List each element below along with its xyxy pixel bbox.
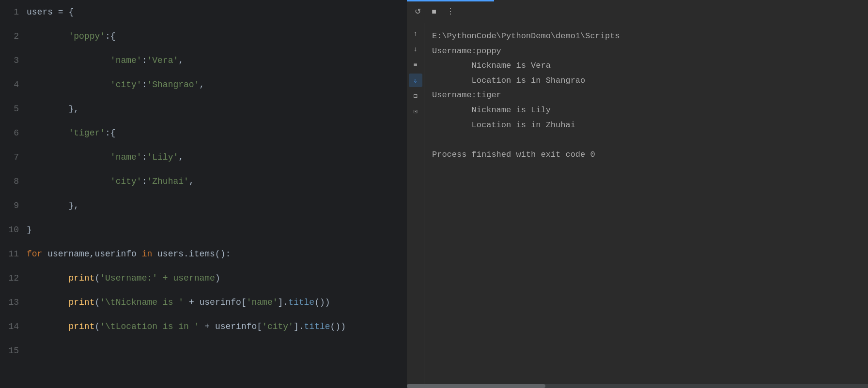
code-line: 2 'poppy':{ (0, 24, 407, 48)
line-content: print('\tLocation is in ' + userinfo['ci… (27, 322, 346, 331)
code-line: 7 'name':'Lily', (0, 145, 407, 169)
line-content: }, (27, 104, 79, 114)
line-content: 'city':'Zhuhai', (27, 177, 194, 186)
line-number: 4 (0, 80, 27, 90)
output-line: Location is in Zhuhai (432, 118, 860, 133)
output-scrollbar[interactable] (407, 384, 868, 388)
output-line: Nickname is Vera (432, 59, 860, 74)
code-editor: 1users = {2 'poppy':{3 'name':'Vera',4 '… (0, 0, 407, 388)
output-line: Process finished with exit code 0 (432, 148, 860, 163)
line-number: 3 (0, 56, 27, 65)
output-content: ↑ ↓ ≡ ⇩ ⊟ ⊡ E:\PythonCode\PythonDemo\dem… (407, 23, 868, 384)
output-line: Username:tiger (432, 88, 860, 103)
code-line: 1users = { (0, 0, 407, 24)
output-line: Location is in Shangrao (432, 74, 860, 89)
output-toolbar: ↺ ■ ⋮ (407, 0, 868, 23)
output-line: Username:poppy (432, 44, 860, 59)
line-number: 14 (0, 322, 27, 331)
progress-bar (407, 0, 494, 1)
code-line: 12 print('Username:' + username) (0, 266, 407, 290)
scroll-bottom-icon[interactable]: ⇩ (409, 74, 422, 87)
line-content: print('\tNickname is ' + userinfo['name'… (27, 298, 330, 307)
trash-icon[interactable]: ⊡ (409, 104, 422, 118)
down-arrow-icon[interactable]: ↓ (409, 43, 422, 56)
output-line (432, 133, 860, 148)
line-content: 'city':'Shangrao', (27, 80, 204, 90)
code-line: 11for username,userinfo in users.items()… (0, 242, 407, 266)
code-line: 9 }, (0, 194, 407, 218)
line-number: 1 (0, 7, 27, 17)
line-content: 'name':'Vera', (27, 56, 184, 65)
line-content: 'tiger':{ (27, 128, 116, 138)
line-number: 2 (0, 31, 27, 41)
code-line: 13 print('\tNickname is ' + userinfo['na… (0, 290, 407, 314)
line-number: 11 (0, 249, 27, 259)
output-text-area: E:\PythonCode\PythonDemo\demo1\ScriptsUs… (424, 23, 868, 384)
print-icon[interactable]: ⊟ (409, 89, 422, 103)
line-content: }, (27, 201, 79, 210)
stop-button[interactable]: ■ (427, 5, 441, 18)
output-scrollbar-thumb (407, 384, 545, 388)
code-line: 5 }, (0, 97, 407, 121)
code-line: 3 'name':'Vera', (0, 48, 407, 73)
code-line: 10} (0, 218, 407, 242)
line-number: 5 (0, 104, 27, 114)
line-number: 9 (0, 201, 27, 210)
filter-icon[interactable]: ≡ (409, 58, 422, 72)
line-number: 12 (0, 273, 27, 283)
line-number: 10 (0, 225, 27, 235)
line-content: 'name':'Lily', (27, 152, 184, 162)
code-line: 14 print('\tLocation is in ' + userinfo[… (0, 314, 407, 339)
line-content: } (27, 225, 32, 235)
code-line: 15 (0, 339, 407, 363)
line-content: users = { (27, 7, 74, 17)
line-number: 15 (0, 346, 27, 356)
line-number: 6 (0, 128, 27, 138)
up-arrow-icon[interactable]: ↑ (409, 27, 422, 41)
code-lines: 1users = {2 'poppy':{3 'name':'Vera',4 '… (0, 0, 407, 363)
more-button[interactable]: ⋮ (444, 5, 457, 18)
output-panel: ↺ ■ ⋮ ↑ ↓ ≡ ⇩ ⊟ ⊡ E:\PythonCode\PythonDe… (407, 0, 868, 388)
line-content: 'poppy':{ (27, 31, 116, 41)
output-line: E:\PythonCode\PythonDemo\demo1\Scripts (432, 29, 860, 44)
line-content: for username,userinfo in users.items(): (27, 249, 231, 259)
code-line: 8 'city':'Zhuhai', (0, 169, 407, 194)
line-number: 7 (0, 152, 27, 162)
line-number: 8 (0, 177, 27, 186)
code-line: 4 'city':'Shangrao', (0, 73, 407, 97)
line-number: 13 (0, 298, 27, 307)
code-line: 6 'tiger':{ (0, 121, 407, 145)
line-content: print('Username:' + username) (27, 273, 220, 283)
output-line: Nickname is Lily (432, 103, 860, 118)
output-sidebar: ↑ ↓ ≡ ⇩ ⊟ ⊡ (407, 23, 424, 384)
run-button[interactable]: ↺ (411, 5, 424, 18)
